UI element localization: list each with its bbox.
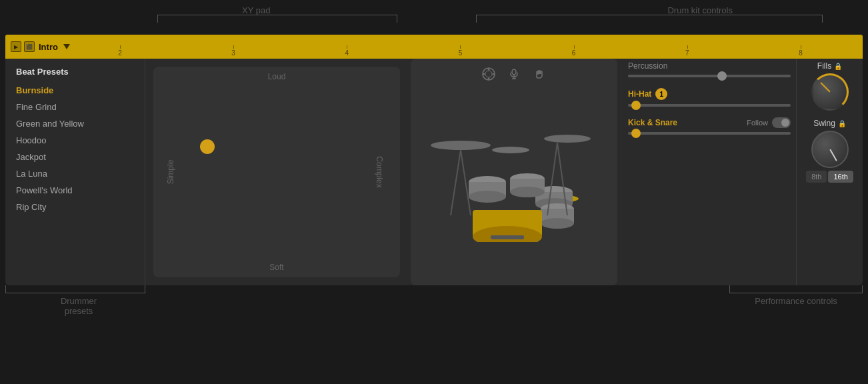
- ruler-mark: 5: [459, 49, 463, 57]
- kicksnare-label-row: Kick & Snare Follow: [628, 117, 791, 128]
- drum-kit-controls-label: Drum kit controls: [667, 5, 733, 15]
- ruler-mark: 8: [799, 49, 803, 57]
- xy-dot[interactable]: [200, 139, 215, 154]
- preset-item-hoodoo[interactable]: Hoodoo: [5, 132, 145, 149]
- controls-panel: Percussion Hi-Hat 1: [623, 59, 796, 285]
- kicksnare-thumb: [631, 129, 641, 138]
- eighth-button[interactable]: 8th: [806, 171, 827, 183]
- hihat-slider[interactable]: [628, 104, 791, 107]
- xy-loud-label: Loud: [268, 72, 286, 81]
- timeline-label: Intro: [39, 42, 58, 52]
- hihat-thumb: [631, 101, 641, 110]
- svg-point-2: [488, 69, 490, 71]
- hihat-badge: 1: [655, 88, 667, 100]
- presets-panel: Beat Presets Burnside Fine Grind Green a…: [5, 59, 145, 285]
- presets-header: Beat Presets: [5, 67, 145, 82]
- sixteenth-button[interactable]: 16th: [828, 171, 853, 183]
- fills-knob-indicator: [820, 82, 831, 93]
- svg-point-21: [469, 191, 506, 203]
- ruler-mark: 6: [572, 49, 576, 57]
- swing-knob-indicator: [829, 149, 837, 161]
- preset-item-jackpot[interactable]: Jackpot: [5, 149, 145, 165]
- xy-soft-label: Soft: [269, 263, 283, 272]
- svg-point-24: [510, 187, 545, 197]
- swing-label: Swing: [813, 119, 835, 128]
- svg-point-6: [512, 69, 516, 75]
- preset-item-green-yellow[interactable]: Green and Yellow: [5, 115, 145, 132]
- swing-section: Swing 🔒 8th 16th: [806, 119, 853, 183]
- svg-point-11: [492, 147, 529, 153]
- drum-top-icons: [481, 67, 547, 85]
- svg-point-18: [541, 218, 574, 229]
- ruler-mark: 4: [345, 49, 349, 57]
- play-icon[interactable]: ▶: [11, 41, 21, 52]
- swing-lock-icon[interactable]: 🔒: [838, 120, 846, 127]
- preset-item-rip-city[interactable]: Rip City: [5, 199, 145, 215]
- cymbal-icon[interactable]: [481, 67, 496, 85]
- fills-label-row: Fills 🔒: [817, 61, 842, 71]
- svg-point-10: [544, 135, 591, 143]
- follow-toggle-dot: [781, 119, 789, 127]
- svg-rect-28: [491, 235, 524, 239]
- xy-complex-label: Complex: [374, 156, 383, 187]
- swing-buttons: 8th 16th: [806, 171, 853, 183]
- ruler-marks: 2 3 4 5 6 7 8: [63, 47, 857, 57]
- timeline-icons: ▶ ⬛: [11, 41, 35, 52]
- percussion-label: Percussion: [628, 61, 791, 71]
- record-icon[interactable]: ⬛: [24, 41, 35, 52]
- drum-kit-svg: [424, 102, 604, 242]
- swing-knob[interactable]: [811, 131, 849, 168]
- main-area: Beat Presets Burnside Fine Grind Green a…: [5, 59, 863, 285]
- svg-point-3: [493, 73, 495, 75]
- preset-item-la-luna[interactable]: La Luna: [5, 165, 145, 182]
- performance-bracket-bottom: [729, 285, 863, 293]
- performance-controls-label: Performance controls: [743, 296, 849, 306]
- mic-icon[interactable]: [507, 67, 521, 85]
- follow-toggle[interactable]: [772, 117, 791, 128]
- ruler-mark: 3: [231, 49, 235, 57]
- preset-item-powells-world[interactable]: Powell's World: [5, 182, 145, 199]
- hihat-section: Hi-Hat 1: [628, 88, 791, 107]
- svg-point-1: [485, 71, 492, 77]
- fills-section: Fills 🔒: [811, 61, 849, 111]
- ruler-mark: 7: [685, 49, 689, 57]
- percussion-slider[interactable]: [628, 75, 791, 77]
- hihat-label-row: Hi-Hat 1: [628, 88, 791, 100]
- hihat-label: Hi-Hat: [628, 89, 651, 99]
- xy-bracket: [157, 15, 397, 23]
- right-panel: Fills 🔒 Swing 🔒: [796, 59, 863, 285]
- presets-bracket-bottom: [5, 285, 145, 293]
- timeline: ▶ ⬛ Intro 2 3 4 5 6 7 8: [5, 35, 863, 59]
- percussion-thumb: [717, 71, 727, 81]
- drum-bracket: [476, 15, 823, 23]
- fills-lock-icon[interactable]: 🔒: [834, 63, 842, 70]
- svg-point-4: [488, 78, 490, 80]
- preset-item-burnside[interactable]: Burnside: [5, 82, 145, 99]
- kicksnare-section: Kick & Snare Follow: [628, 117, 791, 135]
- follow-label: Follow: [747, 119, 768, 127]
- svg-point-9: [431, 141, 491, 150]
- hand-icon[interactable]: [532, 67, 547, 85]
- drummer-presets-label: Drummer presets: [59, 296, 99, 316]
- xy-simple-label: Simple: [166, 160, 175, 185]
- svg-point-5: [483, 73, 485, 75]
- fills-label: Fills: [817, 61, 831, 71]
- timeline-ruler: 2 3 4 5 6 7 8: [63, 35, 857, 59]
- fills-knob[interactable]: [811, 73, 849, 111]
- xy-pad[interactable]: Loud Soft Simple Complex: [153, 67, 400, 277]
- xy-pad-label: XY pad: [242, 5, 270, 15]
- kicksnare-label: Kick & Snare: [628, 118, 677, 127]
- drum-kit-visual: [411, 59, 617, 285]
- preset-item-fine-grind[interactable]: Fine Grind: [5, 99, 145, 115]
- swing-label-row: Swing 🔒: [813, 119, 846, 128]
- ruler-mark: 2: [118, 49, 122, 57]
- svg-line-29: [451, 150, 461, 215]
- kicksnare-slider[interactable]: [628, 132, 791, 135]
- percussion-section: Percussion: [628, 61, 791, 77]
